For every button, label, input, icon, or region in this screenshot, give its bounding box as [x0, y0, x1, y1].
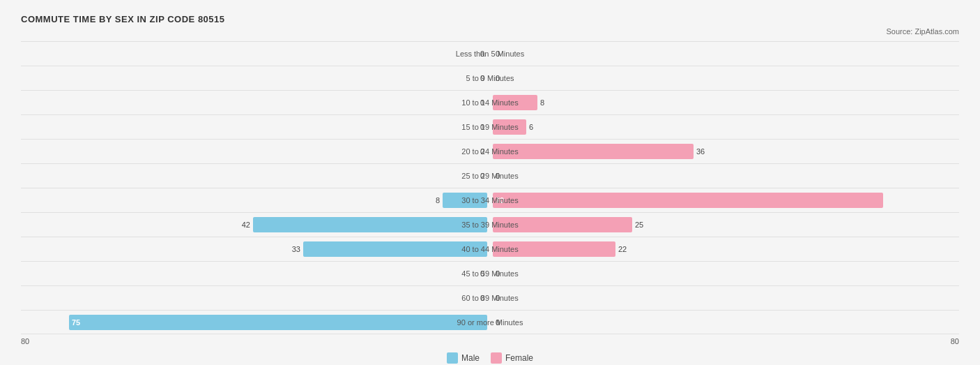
axis-labels: 80 80	[21, 334, 959, 348]
chart-row: 33 40 to 44 Minutes 22	[21, 237, 959, 261]
left-section: 8	[21, 188, 490, 212]
female-value-label: 0	[496, 269, 500, 278]
right-section: 70	[490, 188, 959, 212]
right-section: 8	[490, 91, 959, 114]
chart-container: COMMUTE TIME BY SEX IN ZIP CODE 80515 So…	[14, 7, 966, 365]
female-value-label: 0	[496, 50, 500, 58]
left-section: 33	[21, 237, 490, 261]
legend-male: Male	[447, 352, 480, 364]
female-value-label: 36	[696, 147, 705, 156]
chart-row: 8 30 to 34 Minutes 70	[21, 188, 959, 212]
right-section: 0	[490, 66, 959, 90]
left-section: 0	[21, 164, 490, 188]
male-value-label: 8	[436, 196, 440, 204]
left-section: 75	[21, 311, 490, 334]
male-value-label: 33	[292, 245, 300, 253]
right-section: 22	[490, 237, 959, 261]
chart-row: 0 60 to 89 Minutes 0	[21, 285, 959, 310]
female-value-label: 0	[496, 294, 500, 302]
chart-row: 0 45 to 59 Minutes 0	[21, 261, 959, 285]
chart-row: 0 20 to 24 Minutes 36	[21, 139, 959, 163]
right-section: 0	[490, 262, 959, 285]
legend-male-box	[447, 352, 458, 364]
female-value-label: 8	[540, 98, 544, 107]
left-section: 0	[21, 115, 490, 139]
source-label: Source: ZipAtlas.com	[21, 27, 959, 36]
legend: Male Female	[21, 352, 959, 364]
legend-female-label: Female	[505, 353, 533, 363]
right-section: 6	[490, 115, 959, 139]
female-value-label: 6	[529, 123, 533, 131]
male-value-label: 0	[480, 147, 484, 156]
left-section: 0	[21, 286, 490, 310]
chart-row: 0 10 to 14 Minutes 8	[21, 90, 959, 114]
male-value-label: 0	[480, 50, 484, 58]
axis-left: 80	[21, 337, 29, 345]
female-value-label: 25	[635, 221, 643, 229]
right-section: 0	[490, 286, 959, 310]
chart-row: 0 25 to 29 Minutes 0	[21, 163, 959, 188]
male-value-label: 0	[480, 269, 484, 278]
male-value-label: 0	[480, 74, 484, 82]
female-value-label: 22	[618, 245, 627, 253]
female-value-label: 0	[496, 318, 500, 327]
chart-row: 75 90 or more Minutes 0	[21, 310, 959, 334]
right-section: 36	[490, 140, 959, 163]
right-section: 0	[490, 42, 959, 66]
male-value-label: 75	[69, 318, 83, 327]
chart-row: 42 35 to 39 Minutes 25	[21, 212, 959, 237]
legend-male-label: Male	[461, 353, 480, 363]
right-section: 25	[490, 213, 959, 237]
legend-female-box	[491, 352, 502, 364]
chart-row: 0 5 to 9 Minutes 0	[21, 66, 959, 90]
legend-female: Female	[491, 352, 533, 364]
male-value-label: 42	[242, 221, 250, 229]
male-value-label: 0	[480, 172, 484, 180]
female-value-label: 0	[496, 74, 500, 82]
left-section: 0	[21, 66, 490, 90]
left-section: 42	[21, 213, 490, 237]
chart-title: COMMUTE TIME BY SEX IN ZIP CODE 80515	[21, 14, 959, 24]
chart-row: 0 15 to 19 Minutes 6	[21, 114, 959, 139]
male-value-label: 0	[480, 98, 484, 107]
left-section: 0	[21, 91, 490, 114]
right-section: 0	[490, 311, 959, 334]
male-value-label: 0	[480, 294, 484, 302]
female-value-label: 0	[496, 172, 500, 180]
axis-right: 80	[951, 337, 959, 345]
chart-area: 0 Less than 5 Minutes 0 0 5 to 9 Minu	[21, 41, 959, 334]
left-section: 0	[21, 42, 490, 66]
right-section: 0	[490, 164, 959, 188]
left-section: 0	[21, 262, 490, 285]
male-value-label: 0	[480, 123, 484, 131]
female-value-label: 70	[493, 196, 507, 204]
left-section: 0	[21, 140, 490, 163]
chart-row: 0 Less than 5 Minutes 0	[21, 41, 959, 66]
